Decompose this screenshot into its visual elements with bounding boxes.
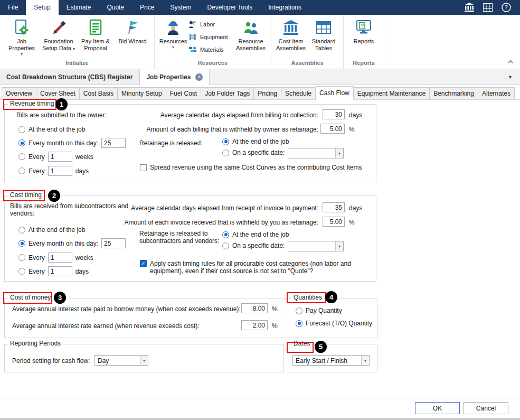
foundation-setup-data-button[interactable]: Foundation Setup Data ▾	[40, 16, 77, 58]
tab-job-properties[interactable]: Job Properties ✕	[139, 69, 210, 85]
tab-cost-basis[interactable]: Cost Basis	[80, 87, 118, 99]
invoice-retainage-input[interactable]	[323, 217, 345, 227]
radio-circle[interactable]	[18, 153, 25, 160]
invoice-to-payment-input[interactable]	[323, 202, 345, 212]
cost-radio-every-days[interactable]: Every days	[18, 266, 89, 276]
tab-cash-flow[interactable]: Cash Flow	[316, 86, 354, 100]
menu-integrations[interactable]: Integrations	[260, 0, 309, 15]
radio-circle[interactable]	[18, 240, 25, 247]
cost-release-radio-date[interactable]: On a specific date:	[222, 242, 285, 249]
pay-quantity-radio[interactable]: Pay Quantity	[296, 307, 342, 314]
labor-button[interactable]: Labor	[188, 20, 234, 29]
revenue-radio-monthly[interactable]: Every month on this day:	[18, 138, 126, 148]
revenue-radio-every-weeks[interactable]: Every weeks	[18, 152, 93, 162]
revenue-weeks-input[interactable]	[48, 152, 72, 162]
bid-wizard-button[interactable]: Bid Wizard	[114, 16, 151, 58]
close-icon[interactable]: ✕	[195, 73, 203, 81]
radio-circle[interactable]	[18, 227, 25, 234]
tab-fuel-cost[interactable]: Fuel Cost	[166, 87, 201, 99]
radio-label[interactable]: On a specific date:	[232, 149, 285, 156]
tab-overview[interactable]: Overview	[2, 87, 36, 99]
dates-combobox[interactable]: Early Start / Finish ▾	[292, 355, 370, 366]
spread-revenue-checkbox[interactable]	[140, 164, 147, 171]
menu-system[interactable]: System	[162, 0, 199, 15]
ok-button[interactable]: OK	[415, 402, 460, 414]
forecast-quantity-radio[interactable]: Forecast (T/O) Quantity	[296, 320, 372, 327]
cancel-button[interactable]: Cancel	[464, 402, 508, 414]
revenue-specific-date-combobox[interactable]: ▾	[288, 148, 344, 158]
revenue-monthly-day-input[interactable]	[101, 138, 126, 148]
revenue-release-radio-end[interactable]: At the end of the job	[222, 138, 289, 145]
ribbon-collapse-button[interactable]	[506, 58, 515, 66]
radio-circle[interactable]	[296, 320, 302, 327]
radio-circle[interactable]	[18, 268, 25, 275]
cost-radio-end-of-job[interactable]: At the end of the job	[18, 226, 85, 234]
radio-label[interactable]: Pay Quantity	[306, 307, 342, 314]
tab-alternates[interactable]: Alternates	[478, 87, 515, 99]
revenue-release-radio-date[interactable]: On a specific date:	[222, 149, 285, 156]
radio-label[interactable]: At the end of the job	[232, 231, 289, 238]
checkbox-label[interactable]: Apply cash timing rules for all procurab…	[150, 260, 382, 275]
interest-borrow-input[interactable]	[241, 303, 268, 313]
radio-circle[interactable]	[222, 231, 229, 238]
grid-icon[interactable]	[483, 2, 493, 13]
tab-job-folder-tags[interactable]: Job Folder Tags	[201, 87, 254, 99]
tab-minority-setup[interactable]: Minority Setup	[118, 87, 166, 99]
reports-button[interactable]: Reports	[347, 16, 381, 58]
billing-retainage-input[interactable]	[320, 124, 345, 134]
radio-label[interactable]: At the end of the job	[232, 138, 289, 145]
bank-icon[interactable]	[464, 2, 475, 13]
apply-cash-timing-checkbox[interactable]	[140, 260, 147, 267]
cost-item-assemblies-button[interactable]: Cost Item Assemblies	[275, 16, 307, 58]
radio-label[interactable]: Every	[29, 254, 45, 262]
revenue-radio-end-of-job[interactable]: At the end of the job	[18, 126, 85, 133]
radio-circle[interactable]	[222, 138, 229, 145]
interest-earned-input[interactable]	[241, 320, 268, 330]
tab-equipment-maintenance[interactable]: Equipment Maintenance	[354, 87, 430, 99]
menu-price[interactable]: Price	[132, 0, 162, 15]
radio-circle[interactable]	[222, 150, 229, 156]
help-icon[interactable]: ?	[501, 2, 512, 13]
revenue-days-input[interactable]	[48, 166, 72, 176]
radio-circle[interactable]	[18, 254, 25, 261]
pay-item-proposal-button[interactable]: Pay Item & Proposal	[77, 16, 114, 58]
apply-cash-timing-checkbox-row[interactable]: Apply cash timing rules for all procurab…	[140, 260, 382, 275]
radio-label[interactable]: On a specific date:	[232, 242, 285, 249]
standard-tables-button[interactable]: Standard Tables	[307, 16, 340, 58]
cost-release-radio-end[interactable]: At the end of the job	[222, 231, 289, 238]
resource-assemblies-button[interactable]: Resource Assemblies	[234, 16, 268, 58]
tab-schedule[interactable]: Schedule	[281, 87, 316, 99]
spread-revenue-checkbox-row[interactable]: Spread revenue using the same Cost Curve…	[140, 164, 362, 171]
radio-circle[interactable]	[18, 139, 25, 146]
equipment-button[interactable]: Equipment	[188, 33, 234, 41]
tab-list-dropdown-icon[interactable]: ▼	[500, 74, 520, 80]
revenue-radio-every-days[interactable]: Every days	[18, 166, 89, 176]
checkbox-label[interactable]: Spread revenue using the same Cost Curve…	[150, 164, 362, 171]
period-setting-combobox[interactable]: Day ▾	[94, 355, 148, 366]
radio-label[interactable]: Every month on this day:	[29, 139, 98, 147]
cost-specific-date-combobox[interactable]: ▾	[288, 241, 344, 251]
radio-label[interactable]: At the end of the job	[29, 226, 85, 234]
radio-label[interactable]: Forecast (T/O) Quantity	[306, 320, 372, 327]
radio-label[interactable]: Every	[29, 167, 45, 175]
menu-file[interactable]: File	[0, 0, 26, 15]
cost-monthly-day-input[interactable]	[101, 238, 126, 248]
radio-label[interactable]: Every	[29, 153, 45, 161]
menu-setup[interactable]: Setup	[26, 0, 58, 15]
menu-estimate[interactable]: Estimate	[59, 0, 99, 15]
materials-button[interactable]: Materials	[188, 45, 234, 54]
tab-benchmarking[interactable]: Benchmarking	[430, 87, 478, 99]
radio-circle[interactable]	[18, 167, 25, 174]
job-properties-button[interactable]: Job Properties ▾	[3, 16, 40, 58]
cost-radio-every-weeks[interactable]: Every weeks	[18, 253, 93, 263]
resources-button[interactable]: Resources ▾	[158, 16, 188, 58]
cost-days-input[interactable]	[48, 266, 72, 276]
cost-radio-monthly[interactable]: Every month on this day:	[18, 238, 126, 248]
radio-label[interactable]: Every	[29, 268, 45, 275]
radio-label[interactable]: Every month on this day:	[29, 240, 98, 247]
tab-pricing[interactable]: Pricing	[254, 87, 281, 99]
menu-quote[interactable]: Quote	[99, 0, 132, 15]
billing-to-collection-input[interactable]	[323, 109, 345, 119]
radio-circle[interactable]	[296, 307, 302, 314]
radio-circle[interactable]	[222, 242, 229, 249]
